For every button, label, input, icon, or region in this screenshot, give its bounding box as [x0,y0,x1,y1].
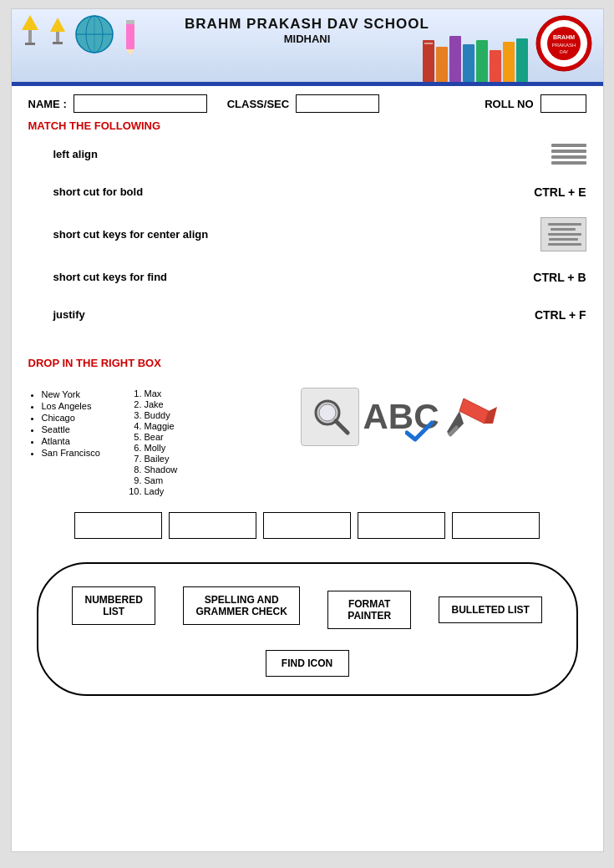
match-left-3: short cut keys for center align [28,228,486,241]
ctrl-f-label: CTRL + F [535,308,586,322]
match-right-3 [486,217,586,251]
city-item: San Francisco [42,448,124,458]
match-right-1 [486,144,586,165]
answer-numbered-list: NUMBEREDLIST [72,586,155,625]
match-row-4: short cut keys for find CTRL + B [28,258,586,296]
cities-bullet-list: New York Los Angeles Chicago Seattle Atl… [28,389,124,458]
svg-line-30 [336,421,348,433]
svg-text:DAV: DAV [560,49,569,54]
drop-box-4[interactable] [358,512,445,539]
drop-content: New York Los Angeles Chicago Seattle Atl… [28,388,586,497]
names-list: Max Jake Buddy Maggie Bear Molly Bailey … [133,388,204,497]
name-item: Sam [145,475,204,485]
svg-rect-15 [436,47,448,82]
name-item: Buddy [145,410,204,420]
svg-marker-31 [459,398,489,424]
class-input[interactable] [296,94,379,113]
city-item: Seattle [42,424,124,434]
name-label: NAME : [28,98,67,110]
drop-section: New York Los Angeles Chicago Seattle Atl… [12,373,603,505]
match-row-5: justify CTRL + F [28,296,586,333]
svg-rect-13 [423,40,434,82]
svg-point-29 [319,404,336,421]
match-right-2: CTRL + E [486,185,586,199]
match-left-1: left align [28,148,486,160]
checkmark-icon [405,419,434,444]
svg-rect-20 [503,42,515,82]
match-left-5: justify [28,308,486,321]
magnifier-icon [307,394,353,440]
drop-box-1[interactable] [74,512,162,539]
match-row-2: short cut for bold CTRL + E [28,173,586,211]
name-item: Maggie [145,421,204,431]
roll-label: ROLL NO [485,98,533,110]
drop-boxes-row [12,505,603,546]
match-row-1: left align [28,135,586,173]
magnifier-box [301,388,359,446]
match-table: left align short cut for bold CTRL + E [12,135,603,333]
name-item: Molly [145,443,204,453]
name-item: Bear [145,432,204,442]
answer-format-painter: FORMATPAINTER [327,591,411,629]
format-painter-icon [443,394,497,440]
eraser-box [443,394,497,440]
roll-input[interactable] [540,94,586,113]
ctrl-b-label: CTRL + B [533,271,586,284]
answer-spelling-check: SPELLING ANDGRAMMER CHECK [183,586,299,625]
answer-find-icon: FIND ICON [266,650,349,677]
name-item: Max [145,388,204,398]
match-section-title: MATCH THE FOLLOWING [12,113,603,135]
page: BRAHM PRAKASH DAV BRAHM PRAKASH DAV SCHO… [11,8,604,852]
names-ordered-list: Max Jake Buddy Maggie Bear Molly Bailey … [133,388,204,496]
name-item: Lady [145,486,204,496]
center-align-icon [540,217,586,251]
drop-box-3[interactable] [263,512,351,539]
class-label: CLASS/SEC [227,98,289,110]
match-right-4: CTRL + B [486,271,586,284]
ctrl-e-label: CTRL + E [534,185,586,199]
school-name: BRAHM PRAKASH DAV SCHOOL [185,16,429,33]
name-input[interactable] [74,94,207,113]
school-subname: MIDHANI [284,33,331,45]
svg-marker-11 [126,49,134,55]
city-item: Chicago [42,413,124,423]
svg-rect-18 [476,40,488,82]
drop-box-5[interactable] [452,512,540,539]
header: BRAHM PRAKASH DAV BRAHM PRAKASH DAV SCHO… [12,9,603,84]
match-left-4: short cut keys for find [28,271,486,283]
match-row-3: short cut keys for center align [28,211,586,258]
match-left-2: short cut for bold [28,185,486,198]
cities-list: New York Los Angeles Chicago Seattle Atl… [28,388,124,459]
abc-icon-box: ABC [368,390,434,444]
svg-rect-19 [490,50,501,82]
match-right-5: CTRL + F [486,308,586,322]
city-item: Los Angeles [42,401,124,411]
name-item: Shadow [145,464,204,475]
name-item: Jake [145,399,204,409]
answer-oval: NUMBEREDLIST SPELLING ANDGRAMMER CHECK F… [37,562,578,696]
svg-rect-17 [463,44,474,82]
drop-icons-area: ABC [212,388,586,446]
form-row: NAME : CLASS/SEC ROLL NO [12,86,603,113]
name-item: Bailey [145,454,204,464]
answer-bulleted-list: BULLETED LIST [439,596,541,623]
header-text: BRAHM PRAKASH DAV SCHOOL MIDHANI [12,9,603,45]
drop-section-title: DROP IN THE RIGHT BOX [12,350,603,373]
drop-box-2[interactable] [169,512,256,539]
right-align-icon [551,144,586,165]
city-item: Atlanta [42,436,124,446]
city-item: New York [42,389,124,399]
